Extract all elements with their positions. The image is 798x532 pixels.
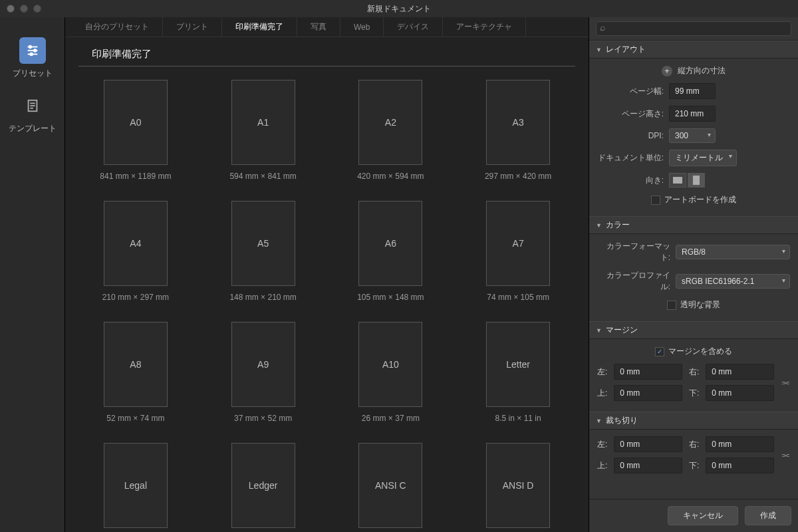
create-artboard-checkbox[interactable]: アートボードを作成 — [597, 194, 790, 205]
preset-dimensions: 210 mm × 297 mm — [102, 293, 169, 302]
preset-page: ANSI D — [486, 443, 550, 528]
sidebar-templates[interactable]: テンプレート — [9, 92, 57, 134]
preset-dimensions: 841 mm × 1189 mm — [100, 172, 171, 181]
preset-a0[interactable]: A0841 mm × 1189 mm — [100, 80, 171, 181]
preset-dimensions: 8.5 in × 11 in — [495, 414, 541, 423]
document-icon — [19, 92, 46, 119]
sidebar-presets[interactable]: プリセット — [13, 37, 53, 79]
preset-page: A5 — [231, 201, 295, 286]
bleed-right-input[interactable]: 0 mm — [706, 436, 774, 452]
orientation-landscape[interactable] — [669, 173, 686, 188]
preset-dimensions: 37 mm × 52 mm — [234, 414, 292, 423]
plus-icon: + — [662, 66, 672, 76]
preset-dimensions: 594 mm × 841 mm — [229, 172, 296, 181]
preset-ansi d[interactable]: ANSI D — [486, 443, 550, 532]
sliders-icon — [19, 37, 46, 64]
svg-point-4 — [33, 49, 36, 52]
add-portrait-dimensions[interactable]: + 縦方向の寸法 — [597, 65, 790, 76]
search-input[interactable] — [596, 21, 791, 36]
margin-bottom-input[interactable]: 0 mm — [706, 385, 774, 401]
panel-bleed-header[interactable]: 裁ち切り — [589, 412, 798, 430]
bleed-left-input[interactable]: 0 mm — [614, 436, 682, 452]
color-profile-select[interactable]: sRGB IEC61966-2.1 — [676, 274, 790, 289]
margin-right-input[interactable]: 0 mm — [706, 364, 774, 380]
preset-a3[interactable]: A3297 mm × 420 mm — [485, 80, 551, 181]
tab-6[interactable]: アーキテクチャ — [443, 17, 526, 37]
preset-page: A7 — [486, 201, 550, 286]
preset-grid: A0841 mm × 1189 mmA1594 mm × 841 mmA2420… — [65, 80, 589, 532]
preset-dimensions: 420 mm × 594 mm — [357, 172, 424, 181]
bleed-bottom-input[interactable]: 0 mm — [706, 458, 774, 473]
margin-left-input[interactable]: 0 mm — [614, 364, 682, 380]
margin-top-input[interactable]: 0 mm — [614, 385, 682, 401]
preset-ansi c[interactable]: ANSI C — [358, 443, 422, 532]
category-tabs: 自分のプリセットプリント印刷準備完了写真Webデバイスアーキテクチャ — [65, 17, 589, 37]
preset-legal[interactable]: Legal — [104, 443, 168, 532]
dpi-select[interactable]: 300 — [669, 128, 716, 143]
bleed-top-input[interactable]: 0 mm — [614, 458, 682, 473]
preset-dimensions: 52 mm × 74 mm — [106, 414, 164, 423]
preset-a6[interactable]: A6105 mm × 148 mm — [357, 201, 424, 302]
page-width-input[interactable]: 99 mm — [669, 83, 716, 99]
tab-3[interactable]: 写真 — [297, 17, 340, 37]
preset-page: A0 — [104, 80, 168, 165]
preset-page: A4 — [104, 201, 168, 286]
preset-page: A3 — [486, 80, 550, 165]
tab-4[interactable]: Web — [340, 17, 384, 37]
search-bar — [589, 17, 798, 41]
preset-page: A1 — [231, 80, 295, 165]
preset-page: A2 — [358, 80, 422, 165]
tab-1[interactable]: プリント — [163, 17, 222, 37]
cancel-button[interactable]: キャンセル — [668, 506, 738, 525]
orientation-toggle — [669, 173, 705, 188]
svg-point-5 — [30, 53, 33, 56]
preset-a10[interactable]: A1026 mm × 37 mm — [358, 322, 422, 423]
link-icon[interactable]: ⫘ — [781, 377, 790, 388]
preset-page: Letter — [486, 322, 550, 407]
preset-a9[interactable]: A937 mm × 52 mm — [231, 322, 295, 423]
preset-page: A6 — [358, 201, 422, 286]
preset-dimensions: 26 mm × 37 mm — [362, 414, 420, 423]
sidebar-presets-label: プリセット — [13, 68, 53, 79]
preset-a5[interactable]: A5148 mm × 210 mm — [229, 201, 296, 302]
preset-page: A9 — [231, 322, 295, 407]
link-icon[interactable]: ⫘ — [781, 450, 790, 460]
tab-5[interactable]: デバイス — [384, 17, 443, 37]
unit-select[interactable]: ミリメートル — [669, 150, 737, 166]
preset-a2[interactable]: A2420 mm × 594 mm — [357, 80, 424, 181]
preset-a7[interactable]: A774 mm × 105 mm — [486, 201, 550, 302]
center-panel: 自分のプリセットプリント印刷準備完了写真Webデバイスアーキテクチャ 印刷準備完… — [65, 17, 589, 532]
window-title: 新規ドキュメント — [0, 3, 798, 15]
preset-page: A10 — [358, 322, 422, 407]
preset-page: ANSI C — [358, 443, 422, 528]
section-title: 印刷準備完了 — [78, 37, 575, 66]
preset-page: Legal — [104, 443, 168, 528]
orientation-portrait[interactable] — [688, 173, 705, 188]
transparent-bg-checkbox[interactable]: 透明な背景 — [597, 299, 790, 311]
preset-a8[interactable]: A852 mm × 74 mm — [104, 322, 168, 423]
panel-color-header[interactable]: カラー — [589, 216, 798, 234]
color-format-select[interactable]: RGB/8 — [676, 245, 790, 259]
preset-a1[interactable]: A1594 mm × 841 mm — [229, 80, 296, 181]
tab-2[interactable]: 印刷準備完了 — [222, 17, 297, 37]
settings-panel: レイアウト + 縦方向の寸法 ページ幅:99 mm ページ高さ:210 mm D… — [589, 17, 798, 532]
preset-dimensions: 105 mm × 148 mm — [357, 293, 424, 302]
create-button[interactable]: 作成 — [745, 506, 791, 525]
preset-dimensions: 297 mm × 420 mm — [485, 172, 551, 181]
preset-page: A8 — [104, 322, 168, 407]
tab-0[interactable]: 自分のプリセット — [72, 17, 163, 37]
left-sidebar: プリセット テンプレート — [0, 17, 65, 532]
preset-letter[interactable]: Letter8.5 in × 11 in — [486, 322, 550, 423]
preset-dimensions: 74 mm × 105 mm — [487, 293, 549, 302]
panel-margin-header[interactable]: マージン — [589, 321, 798, 339]
preset-ledger[interactable]: Ledger — [231, 443, 295, 532]
preset-page: Ledger — [231, 443, 295, 528]
dialog-footer: キャンセル 作成 — [589, 499, 798, 532]
panel-layout-header[interactable]: レイアウト — [589, 41, 798, 59]
svg-point-3 — [29, 46, 31, 49]
page-height-input[interactable]: 210 mm — [669, 106, 716, 122]
preset-dimensions: 148 mm × 210 mm — [229, 293, 296, 302]
preset-a4[interactable]: A4210 mm × 297 mm — [102, 201, 169, 302]
include-margin-checkbox[interactable]: ✓マージンを含める — [597, 346, 790, 357]
titlebar: 新規ドキュメント — [0, 0, 798, 17]
